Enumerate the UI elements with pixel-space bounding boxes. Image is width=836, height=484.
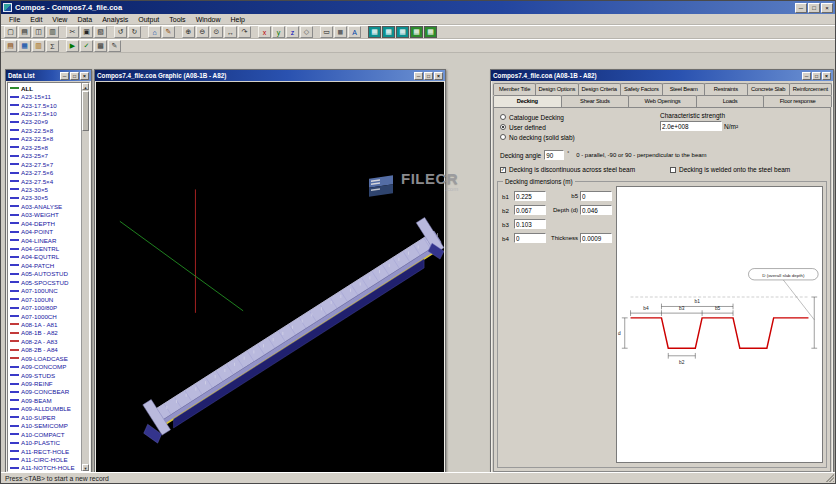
tree-item-a08-2a-a83[interactable]: A08-2A - A83 [10,337,81,345]
tree-item-a08-1b-a82[interactable]: A08-1B - A82 [10,329,81,337]
tree-item-a05-spocstud[interactable]: A05-SPOCSTUD [10,278,81,286]
save-file-icon[interactable]: ◫ [32,26,45,38]
minimize-icon[interactable]: ─ [795,3,807,13]
shading-toggle-icon[interactable]: ◼ [334,26,347,38]
tree-item-a11-rect-hole[interactable]: A11-RECT-HOLE [10,447,81,455]
edit-member-icon[interactable]: ✎ [162,26,175,38]
scrollbar-track[interactable] [82,132,89,464]
tree-item-a23-30-5[interactable]: A23-30×5 [10,194,81,202]
tree-item-a08-1a-a81[interactable]: A08-1A - A81 [10,320,81,328]
tree-item-a04-gentrl[interactable]: A04-GENTRL [10,244,81,252]
data-list-title-bar[interactable]: Data List ─ □ × [6,70,91,81]
tree-item-a09-studs[interactable]: A09-STUDS [10,371,81,379]
tree-item-a09-loadcase[interactable]: A09-LOADCASE [10,354,81,362]
scroll-up-icon[interactable]: ▲ [82,83,89,90]
zoom-out-icon[interactable]: ⊖ [196,26,209,38]
tree-item-a09-alldumble[interactable]: A09-ALLDUMBLE [10,405,81,413]
tab-restraints[interactable]: Restraints [704,83,747,95]
tree-item-a10-semicomp[interactable]: A10-SEMICOMP [10,422,81,430]
tree-item-a23-27-5-4[interactable]: A23-27.5×4 [10,177,81,185]
tree-item-a09-reinf[interactable]: A09-REINF [10,379,81,387]
tab-steel-beam[interactable]: Steel Beam [662,83,705,95]
tab-loads[interactable]: Loads [696,95,765,107]
strength-input[interactable] [660,121,722,131]
resize-grip[interactable] [825,473,834,482]
tree-item-a11-notch-hole[interactable]: A11-NOTCH-HOLE [10,464,81,471]
paste-icon[interactable]: ▧ [94,26,107,38]
graphs-grid-icon[interactable]: ▦ [424,26,437,38]
tree-item-a04-point[interactable]: A04-POINT [10,227,81,235]
tree-item-a23-30-5[interactable]: A23-30×5 [10,185,81,193]
undo-icon[interactable]: ↺ [114,26,127,38]
cut-icon[interactable]: ✂ [66,26,79,38]
tree-item-a09-beam[interactable]: A09-BEAM [10,396,81,404]
new-file-icon[interactable]: ▢ [4,26,17,38]
tree-item-all[interactable]: ALL [10,84,81,92]
report-icon[interactable]: ✎ [108,40,121,52]
menu-window[interactable]: Window [191,16,226,23]
load-table-icon[interactable]: Σ [46,40,59,52]
tab-member-title[interactable]: Member Title [493,83,536,95]
tree-item-a23-15-11[interactable]: A23-15×11 [10,92,81,100]
tree-item-a23-27-5-7[interactable]: A23-27.5×7 [10,160,81,168]
dialog-title-bar[interactable]: Compos7.4_file.coa (A08-1B - A82) ─ □ × [491,70,833,81]
tab-design-criteria[interactable]: Design Criteria [578,83,621,95]
dim-input-depth-d[interactable] [580,205,612,215]
checkbox-decking-is-welded-onto-the-steel-beam[interactable]: Decking is welded onto the steel beam [670,166,790,173]
scroll-down-icon[interactable]: ▼ [82,464,89,471]
radio-user-defined[interactable]: User defined [500,122,575,132]
tree-item-a10-compact[interactable]: A10-COMPACT [10,430,81,438]
dim-input-b2[interactable] [514,205,546,215]
copy-icon[interactable]: ▣ [80,26,93,38]
menu-analysis[interactable]: Analysis [97,16,133,23]
tab-reinforcement[interactable]: Reinforcement [789,83,832,95]
tree-item-a04-linear[interactable]: A04-LINEAR [10,236,81,244]
tree-item-a03-analyse[interactable]: A03-ANALYSE [10,202,81,210]
tab-safety-factors[interactable]: Safety Factors [620,83,663,95]
view-isometric-icon[interactable]: ◇ [300,26,313,38]
tree-item-a04-patch[interactable]: A04-PATCH [10,261,81,269]
analyse-icon[interactable]: ▶ [66,40,79,52]
tree-item-a23-25-7[interactable]: A23-25×7 [10,152,81,160]
tab-concrete-slab[interactable]: Concrete Slab [747,83,790,95]
dim-input-thickness[interactable] [580,233,612,243]
tree-item-a03-weight[interactable]: A03-WEIGHT [10,211,81,219]
studs-grid-icon[interactable]: ▦ [396,26,409,38]
dim-input-b4[interactable] [514,233,546,243]
radio-no-decking-solid-slab[interactable]: No decking (solid slab) [500,132,575,142]
dim-input-b1[interactable] [514,191,546,201]
tree-item-a23-22-5-8[interactable]: A23-22.5×8 [10,135,81,143]
checkbox-decking-is-discontinuous-across-steel-beam[interactable]: ✓Decking is discontinuous across steel b… [500,166,670,173]
tab-design-options[interactable]: Design Options [535,83,578,95]
loads-grid-icon[interactable]: ▦ [382,26,395,38]
gateway-icon[interactable]: ⌂ [148,26,161,38]
minimize-icon[interactable]: ─ [60,72,69,80]
view-y-axis-icon[interactable]: y [272,26,285,38]
radio-catalogue-decking[interactable]: Catalogue Decking [500,112,575,122]
tab-shear-studs[interactable]: Shear Studs [561,95,630,107]
close-icon[interactable]: × [434,72,443,80]
tree-item-a10-plastic[interactable]: A10-PLASTIC [10,438,81,446]
graphic-canvas[interactable] [96,82,444,473]
print-icon[interactable]: ▥ [46,26,59,38]
section-table-icon[interactable]: ▦ [18,40,31,52]
close-icon[interactable]: × [821,3,833,13]
tree-item-a09-concomp[interactable]: A09-CONCOMP [10,362,81,370]
title-bar[interactable]: Compos - Compos7.4_file.coa ─ □ × [1,1,835,14]
tree-item-a23-27-5-6[interactable]: A23-27.5×6 [10,168,81,176]
minimize-icon[interactable]: ─ [802,72,811,80]
menu-tools[interactable]: Tools [164,16,190,23]
design-icon[interactable]: ✓ [80,40,93,52]
results-view-icon[interactable]: ▩ [94,40,107,52]
pan-icon[interactable]: ↔ [224,26,237,38]
maximize-icon[interactable]: □ [812,72,821,80]
tree-item-a23-17-5-10[interactable]: A23-17.5×10 [10,101,81,109]
tree-item-a23-20-9[interactable]: A23-20×9 [10,118,81,126]
tree-item-a07-100unc[interactable]: A07-100UNC [10,287,81,295]
dim-input-b5[interactable] [580,191,612,201]
labels-toggle-icon[interactable]: A [348,26,361,38]
zoom-in-icon[interactable]: ⊕ [182,26,195,38]
maximize-icon[interactable]: □ [424,72,433,80]
tree-item-a11-circ-hole[interactable]: A11-CIRC-HOLE [10,455,81,463]
tab-floor-response[interactable]: Floor response [763,95,832,107]
